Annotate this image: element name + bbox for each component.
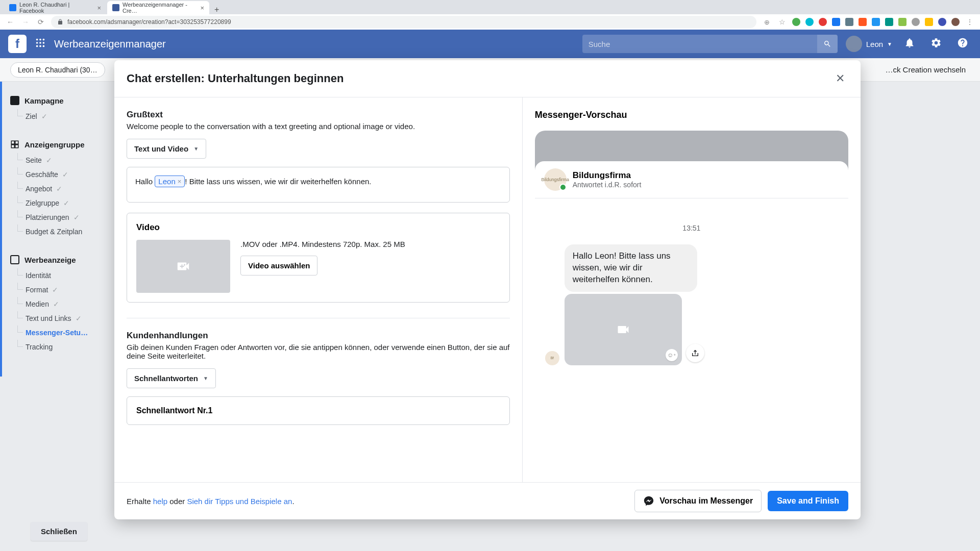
- adset-icon: [10, 140, 19, 149]
- nav-item[interactable]: Seite✓: [7, 153, 128, 167]
- ext-icon[interactable]: [925, 18, 933, 26]
- nav-item[interactable]: Platzierungen✓: [7, 210, 128, 224]
- nav-item[interactable]: Geschäfte✓: [7, 167, 128, 182]
- browser-tab[interactable]: Leon R. Chaudhari | Facebook ×: [4, 1, 106, 14]
- remove-chip-icon[interactable]: ×: [178, 178, 182, 185]
- create-chat-modal: Chat erstellen: Unterhaltungen beginnen …: [114, 60, 861, 519]
- new-tab-button[interactable]: +: [210, 5, 223, 14]
- close-icon[interactable]: ✕: [832, 70, 848, 87]
- check-icon: ✓: [63, 199, 69, 207]
- share-icon[interactable]: [686, 344, 704, 362]
- chat-page-name: Bildungsfirma: [573, 170, 642, 181]
- actions-type-dropdown[interactable]: Schnellantworten ▼: [127, 368, 216, 388]
- greeting-type-dropdown[interactable]: Text und Video ▼: [127, 139, 206, 159]
- tab-bar: Leon R. Chaudhari | Facebook × Werbeanze…: [0, 0, 980, 14]
- video-spec: .MOV oder .MP4. Mindestens 720p. Max. 25…: [240, 240, 500, 248]
- check-icon: ✓: [41, 112, 47, 120]
- nav-item[interactable]: Medien✓: [7, 297, 128, 311]
- preview-in-messenger-button[interactable]: Vorschau im Messenger: [634, 490, 762, 512]
- facebook-favicon-icon: [9, 4, 16, 11]
- tab-title: Werbeanzeigenmanager - Cre…: [122, 2, 197, 14]
- nav-item[interactable]: Text und Links✓: [7, 311, 128, 325]
- ext-icon[interactable]: [805, 18, 814, 26]
- svg-rect-10: [15, 141, 18, 144]
- message-row: Bf Hallo Leon! Bitte lass uns wissen, wi…: [545, 244, 838, 365]
- tips-link[interactable]: Sieh dir Tipps und Beispiele an: [187, 497, 292, 506]
- help-link[interactable]: help: [153, 497, 167, 506]
- reload-icon[interactable]: ⟳: [36, 18, 46, 26]
- nav-adset-head[interactable]: Anzeigengruppe: [7, 136, 128, 153]
- nav-item[interactable]: Angebot✓: [7, 182, 128, 196]
- facebook-logo-icon[interactable]: f: [8, 35, 27, 53]
- close-button[interactable]: Schließen: [31, 522, 87, 541]
- browser-tab[interactable]: Werbeanzeigenmanager - Cre… ×: [107, 1, 209, 14]
- avatar: [846, 36, 862, 52]
- ext-icon[interactable]: [938, 18, 946, 26]
- help-icon[interactable]: [953, 37, 972, 51]
- forward-icon[interactable]: →: [20, 18, 31, 26]
- video-placeholder[interactable]: [136, 240, 230, 293]
- user-name: Leon: [866, 40, 883, 48]
- svg-point-4: [39, 42, 41, 44]
- menu-icon[interactable]: ⋮: [965, 18, 975, 26]
- select-video-button[interactable]: Video auswählen: [240, 256, 317, 276]
- greeting-text-input[interactable]: Hallo Leon×! Bitte lass uns wissen, wie …: [127, 167, 510, 203]
- ext-icon[interactable]: [832, 18, 840, 26]
- nav-item[interactable]: Identität: [7, 268, 128, 283]
- search-box: [582, 35, 838, 53]
- chat-sheet: Bildungsfirma Bildungsfirma Antwortet i.…: [535, 161, 848, 470]
- close-icon[interactable]: ×: [97, 4, 101, 12]
- svg-point-8: [43, 45, 45, 47]
- facebook-header: f Werbeanzeigenmanager Leon ▼: [0, 30, 980, 58]
- nav-ad-head[interactable]: Werbeanzeige: [7, 251, 128, 268]
- account-pill[interactable]: Leon R. Chaudhari (30…: [10, 62, 105, 78]
- greeting-title: Grußtext: [127, 110, 510, 120]
- ext-icon[interactable]: [898, 18, 906, 26]
- emoji-add-icon[interactable]: ☺+: [666, 349, 678, 361]
- ext-icon[interactable]: [819, 18, 827, 26]
- save-and-finish-button[interactable]: Save and Finish: [768, 491, 848, 511]
- preview-title: Messenger-Vorschau: [535, 110, 848, 120]
- check-icon: ✓: [46, 156, 52, 164]
- name-variable-chip[interactable]: Leon×: [155, 176, 185, 187]
- nav-campaign-head[interactable]: Kampagne: [7, 92, 128, 109]
- back-icon[interactable]: ←: [5, 18, 15, 26]
- phone-preview-frame: Bildungsfirma Bildungsfirma Antwortet i.…: [535, 131, 848, 470]
- search-button[interactable]: [817, 35, 838, 53]
- profile-avatar-icon[interactable]: [951, 18, 960, 26]
- ext-icon[interactable]: [872, 18, 880, 26]
- small-avatar: Bf: [545, 351, 559, 365]
- nav-item[interactable]: Format✓: [7, 283, 128, 297]
- svg-point-7: [39, 45, 41, 47]
- close-icon[interactable]: ×: [200, 4, 204, 12]
- ext-icon[interactable]: [859, 18, 867, 26]
- notifications-icon[interactable]: [900, 37, 919, 51]
- ext-icon[interactable]: [885, 18, 893, 26]
- nav-item[interactable]: Tracking: [7, 340, 128, 354]
- url-input[interactable]: facebook.com/adsmanager/creation?act=303…: [51, 16, 756, 28]
- check-icon: ✓: [74, 213, 80, 221]
- check-icon: ✓: [62, 170, 68, 179]
- video-title: Video: [136, 222, 500, 233]
- modal-right-column: Messenger-Vorschau Bildungsfirma Bildung…: [523, 97, 861, 482]
- settings-icon[interactable]: [927, 37, 945, 51]
- address-bar: ← → ⟳ facebook.com/adsmanager/creation?a…: [0, 14, 980, 30]
- switch-creation-button[interactable]: …ck Creation wechseln: [881, 61, 970, 78]
- app-title: Werbeanzeigenmanager: [54, 38, 166, 50]
- nav-item-ziel[interactable]: Ziel✓: [7, 109, 128, 123]
- search-input[interactable]: [582, 40, 817, 48]
- actions-title: Kundenhandlungen: [127, 331, 510, 341]
- nav-item[interactable]: Zielgruppe✓: [7, 196, 128, 210]
- nav-item-messenger-setup[interactable]: Messenger-Setu…: [7, 325, 128, 340]
- zoom-icon[interactable]: ⊕: [762, 18, 772, 26]
- ext-icon[interactable]: [845, 18, 853, 26]
- star-icon[interactable]: ☆: [777, 18, 787, 26]
- modal-left-column: Grußtext Welcome people to the conversat…: [114, 97, 523, 482]
- apps-grid-icon[interactable]: [35, 37, 46, 51]
- ext-icon[interactable]: [912, 18, 920, 26]
- ext-icon[interactable]: [792, 18, 800, 26]
- video-icon: [616, 322, 630, 337]
- chevron-down-icon: ▼: [193, 146, 199, 152]
- user-menu[interactable]: Leon ▼: [846, 36, 892, 52]
- nav-item[interactable]: Budget & Zeitplan: [7, 224, 128, 239]
